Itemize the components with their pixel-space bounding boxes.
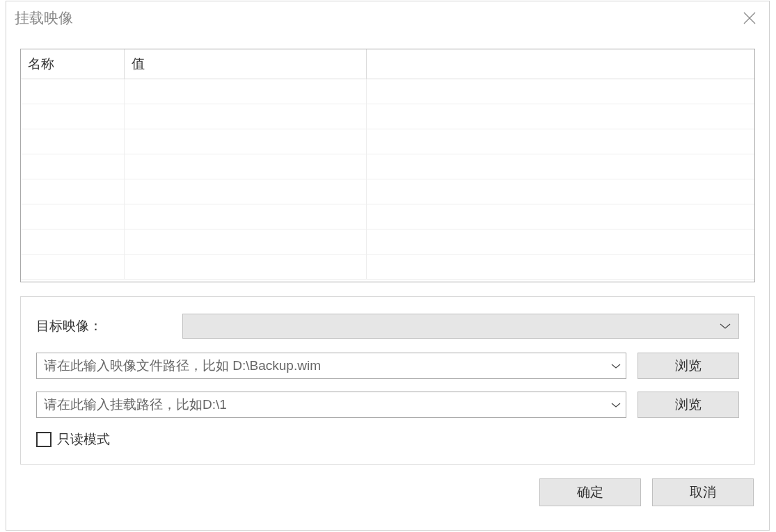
dialog-button-row: 确定 取消 [20,478,755,506]
readonly-label[interactable]: 只读模式 [57,430,110,449]
mount-path-input[interactable] [37,392,606,417]
table-row[interactable] [21,254,754,279]
table-row[interactable] [21,79,754,104]
image-path-row: 浏览 [36,353,739,379]
form-panel: 目标映像： 浏览 [20,296,755,465]
mount-path-combo [36,392,626,418]
ok-button[interactable]: 确定 [539,478,641,506]
image-info-table: 名称 值 [20,49,755,282]
readonly-row: 只读模式 [36,430,739,449]
browse-mount-button[interactable]: 浏览 [638,392,739,418]
mount-path-dropdown-toggle[interactable] [606,402,626,408]
cancel-button[interactable]: 取消 [652,478,754,506]
image-path-dropdown-toggle[interactable] [606,363,626,369]
title-bar: 挂载映像 [6,1,769,35]
mount-path-row: 浏览 [36,392,739,418]
table-row[interactable] [21,229,754,254]
column-header-value[interactable]: 值 [124,49,366,79]
table-row[interactable] [21,154,754,179]
close-button[interactable] [738,7,761,29]
table-row[interactable] [21,179,754,204]
target-image-dropdown[interactable] [182,314,739,339]
table-row[interactable] [21,104,754,129]
chevron-down-icon [610,402,621,408]
chevron-down-icon [610,363,621,369]
mount-image-dialog: 挂载映像 名称 值 [6,1,770,531]
dialog-title: 挂载映像 [15,8,73,28]
browse-image-button[interactable]: 浏览 [638,353,739,379]
table-row[interactable] [21,129,754,154]
column-header-blank [366,49,754,79]
target-image-row: 目标映像： [36,314,739,339]
dialog-content: 名称 值 目标映像： [6,35,769,520]
table-row[interactable] [21,204,754,229]
column-header-name[interactable]: 名称 [21,49,124,79]
image-path-input[interactable] [37,353,606,378]
target-image-label: 目标映像： [36,317,182,335]
image-path-combo [36,353,626,379]
close-icon [741,10,758,26]
readonly-checkbox[interactable] [36,432,52,447]
chevron-down-icon [719,323,731,330]
